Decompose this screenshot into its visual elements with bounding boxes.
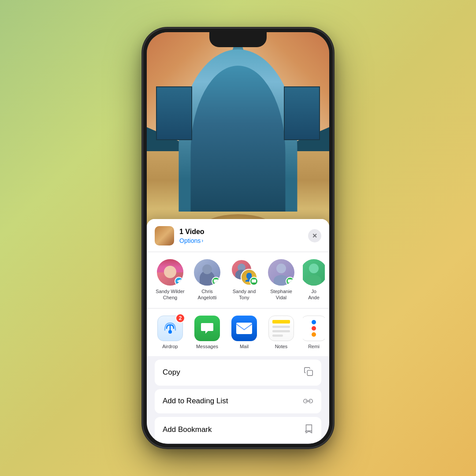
airdrop-label: Airdrop: [162, 344, 178, 349]
person-chris-angelotti[interactable]: ChrisAngelotti: [192, 259, 223, 301]
avatar-stephanie: [268, 259, 294, 286]
avatar-chris: [194, 259, 220, 286]
notes-content: [269, 316, 294, 340]
share-thumbnail-image: [155, 226, 174, 245]
reading-list-icon: [303, 396, 313, 406]
apps-row: 2 Airdrop Messages: [147, 309, 329, 360]
messages-label: Messages: [196, 344, 218, 349]
close-button[interactable]: ✕: [308, 229, 321, 242]
copy-icon: [304, 367, 313, 379]
app-messages[interactable]: Messages: [192, 316, 223, 349]
share-info: 1 Video Options ›: [179, 227, 308, 244]
airdrop-icon: 2: [157, 316, 183, 341]
share-title: 1 Video: [179, 227, 308, 236]
svg-rect-3: [288, 279, 292, 283]
notch: [209, 32, 267, 47]
avatar-sandy: [157, 259, 183, 286]
person-stephanie-vidal[interactable]: StephanieVidal: [266, 259, 297, 301]
telegram-badge: [175, 277, 183, 286]
app-airdrop[interactable]: 2 Airdrop: [155, 316, 186, 349]
copy-action[interactable]: Copy: [155, 360, 321, 386]
avatar-sandy-tony: 👤: [231, 259, 257, 286]
messages-badge-2: [249, 277, 258, 286]
notes-line-2: [272, 326, 290, 328]
reminder-dot-orange: [312, 332, 316, 337]
close-icon: ✕: [312, 232, 317, 239]
messages-icon: [194, 316, 220, 341]
notes-icon: [268, 316, 294, 341]
notes-line-3: [272, 330, 290, 332]
app-mail[interactable]: Mail: [229, 316, 260, 349]
reminders-content: [309, 316, 319, 340]
app-notes[interactable]: Notes: [266, 316, 297, 349]
photo-content: [147, 32, 329, 248]
reminder-dot-blue: [312, 320, 316, 324]
reminder-row-3: [312, 332, 316, 337]
person-name-jo: JoAnde: [308, 288, 320, 301]
messages-badge: [212, 277, 220, 286]
chevron-right-icon: ›: [201, 238, 203, 244]
share-sheet: 1 Video Options › ✕: [147, 219, 329, 444]
bookmark-icon: [304, 424, 313, 436]
balcony-right: [284, 86, 320, 141]
app-reminders[interactable]: Remi: [303, 316, 325, 349]
notes-line-1: [272, 320, 290, 324]
share-thumbnail: [155, 226, 174, 245]
svg-rect-2: [252, 279, 256, 283]
messages-badge-3: [286, 277, 294, 286]
arch-inner: [190, 66, 285, 212]
notes-line-4: [272, 335, 283, 337]
reminders-label: Remi: [308, 344, 320, 349]
person-name-stephanie: StephanieVidal: [270, 288, 292, 301]
bookmark-label: Add Bookmark: [163, 425, 212, 434]
notes-label: Notes: [275, 344, 288, 349]
share-options-button[interactable]: Options ›: [179, 237, 308, 244]
people-row: Sandy WilderCheng ChrisA: [147, 252, 329, 309]
reminder-dot-red: [312, 326, 316, 331]
person-name-sandy-tony: Sandy andTony: [233, 288, 256, 301]
arch-background: [147, 32, 329, 248]
copy-label: Copy: [163, 368, 180, 377]
action-list: Copy Add to Reading List: [147, 360, 329, 443]
airdrop-badge: 2: [175, 313, 185, 323]
phone-frame: 1 Video Options › ✕: [143, 29, 333, 447]
reminder-row-1: [312, 320, 316, 324]
balcony-left: [156, 86, 193, 141]
mail-envelope: [236, 323, 252, 334]
svg-rect-0: [214, 279, 218, 283]
reading-list-action[interactable]: Add to Reading List: [155, 389, 321, 413]
phone-screen: 1 Video Options › ✕: [147, 32, 329, 444]
person-sandy-wilder-cheng[interactable]: Sandy WilderCheng: [155, 259, 186, 301]
person-name-sandy: Sandy WilderCheng: [156, 288, 184, 301]
svg-rect-5: [236, 323, 252, 334]
share-header: 1 Video Options › ✕: [147, 219, 329, 252]
reading-list-label: Add to Reading List: [163, 397, 228, 405]
person-name-chris: ChrisAngelotti: [198, 288, 217, 301]
airdrop-symbol: [163, 321, 177, 335]
photo-area: [147, 32, 329, 248]
svg-marker-1: [215, 283, 216, 283]
avatar-jo: [303, 259, 325, 286]
options-label: Options: [179, 237, 201, 244]
person-sandy-and-tony[interactable]: 👤 Sandy andTony: [229, 259, 260, 301]
reminder-row-2: [312, 326, 316, 331]
mail-icon: [231, 316, 257, 341]
bookmark-action[interactable]: Add Bookmark: [155, 417, 321, 443]
svg-rect-6: [307, 370, 312, 376]
person-jo-ande[interactable]: JoAnde: [303, 259, 325, 301]
avatar-head: [202, 264, 212, 274]
reminders-icon: [303, 316, 325, 341]
mail-label: Mail: [240, 344, 249, 349]
